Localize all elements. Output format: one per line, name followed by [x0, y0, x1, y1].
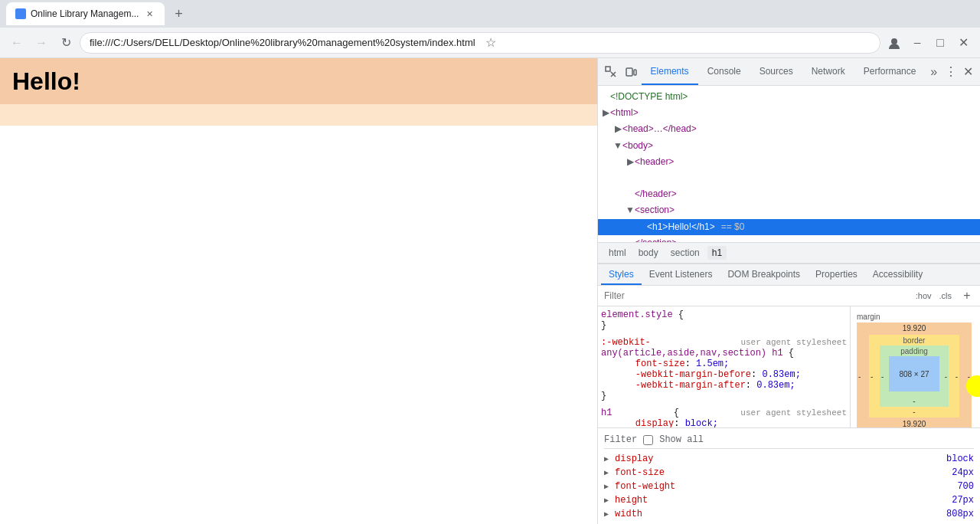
minimize-button[interactable]: ‒ — [906, 32, 928, 54]
url-bar[interactable]: file:///C:/Users/DELL/Desktop/Online%20l… — [80, 32, 880, 54]
prop-expand-arrow[interactable]: ▶ — [604, 482, 609, 491]
tab-event-listeners[interactable]: Event Listeners — [642, 264, 720, 285]
styles-content: element.style { } :-webkit- user agent s… — [598, 306, 980, 427]
styles-panel: Styles Event Listeners DOM Breakpoints P… — [598, 264, 980, 524]
tab-styles[interactable]: Styles — [601, 264, 642, 285]
more-tabs-button[interactable]: » — [925, 63, 942, 81]
tab-properties[interactable]: Properties — [808, 264, 865, 285]
url-text: file:///C:/Users/DELL/Desktop/Online%20l… — [90, 37, 475, 48]
margin-left-value: - — [858, 372, 861, 381]
breadcrumb-section[interactable]: section — [666, 246, 704, 260]
tree-header[interactable]: ▶ <header> — [598, 154, 980, 170]
back-button[interactable]: ← — [6, 32, 28, 54]
webpage-content — [0, 126, 597, 524]
show-all-checkbox[interactable] — [643, 435, 653, 445]
margin-top-value: 19.920 — [903, 324, 926, 332]
restore-button[interactable]: □ — [929, 32, 951, 54]
css-prop-fontsize1: font-size: 1.5em; — [613, 359, 847, 369]
tab-network[interactable]: Network — [802, 58, 854, 85]
close-window-button[interactable]: ✕ — [952, 32, 974, 54]
browser-tab[interactable]: Online Library Managem... ✕ — [6, 2, 165, 25]
tab-title: Online Library Managem... — [31, 8, 139, 19]
prop-expand-arrow[interactable]: ▶ — [604, 509, 609, 519]
tab-elements[interactable]: Elements — [642, 58, 698, 85]
tree-doctype[interactable]: <!DOCTYPE html> — [598, 89, 980, 105]
devtools-menu-button[interactable]: ⋮ — [942, 63, 960, 81]
tab-performance[interactable]: Performance — [854, 58, 926, 85]
tree-toggle-icon — [626, 187, 635, 201]
tree-body[interactable]: ▼ <body> — [598, 138, 980, 154]
device-mode-button[interactable] — [621, 61, 641, 83]
prop-expand-arrow[interactable]: ▶ — [604, 468, 609, 477]
webpage-header: Hello! — [0, 58, 597, 104]
css-webkit-header: :-webkit- user agent stylesheet — [601, 337, 847, 348]
css-prop-display: display: block; — [613, 418, 847, 427]
tree-header-empty — [598, 170, 980, 186]
styles-filter-input[interactable] — [604, 290, 907, 301]
cls-button[interactable]: .cls — [937, 290, 955, 301]
main-area: Hello! Elements Console Sources Network — [0, 58, 980, 524]
toolbar-right: ‒ □ ✕ — [884, 32, 974, 54]
tree-toggle-icon — [638, 220, 647, 234]
box-model-panel: margin 19.920 19.920 - - border — [850, 306, 980, 427]
tab-accessibility[interactable]: Accessibility — [865, 264, 930, 285]
tree-head[interactable]: ▶ <head>…</head> — [598, 121, 980, 137]
hov-button[interactable]: :hov — [913, 290, 934, 301]
padding-left-value: - — [881, 372, 884, 381]
computed-prop-width: ▶ width 808px — [604, 507, 974, 521]
tree-toggle-icon[interactable]: ▶ — [626, 155, 635, 169]
webpage-section — [0, 104, 597, 126]
breadcrumb-body[interactable]: body — [634, 246, 663, 260]
bookmark-star-icon[interactable]: ☆ — [480, 32, 501, 54]
show-all-label[interactable]: Show all — [643, 434, 704, 445]
prop-expand-arrow[interactable]: ▶ — [604, 496, 609, 505]
content-dimensions: 808 × 27 — [899, 370, 929, 378]
devtools-tabs: Elements Console Sources Network Perform… — [642, 58, 926, 85]
css-rules-panel: element.style { } :-webkit- user agent s… — [598, 306, 850, 427]
tree-toggle-icon[interactable]: ▶ — [601, 106, 610, 120]
computed-prop-fontweight: ▶ font-weight 700 — [604, 480, 974, 493]
css-h1-props: display: block; font-size: 2em; -webkit-… — [601, 418, 847, 427]
tree-toggle-icon — [626, 236, 635, 242]
tab-bar: Online Library Managem... ✕ + — [0, 0, 980, 28]
computed-prop-fontsize: ▶ font-size 24px — [604, 466, 974, 480]
tab-close-button[interactable]: ✕ — [143, 8, 155, 20]
devtools-close-button[interactable]: ✕ — [959, 63, 977, 81]
breadcrumb-h1[interactable]: h1 — [707, 246, 727, 260]
refresh-button[interactable]: ↻ — [55, 32, 77, 54]
tree-toggle-icon[interactable]: ▶ — [613, 122, 622, 136]
svg-rect-2 — [626, 68, 632, 76]
inspect-element-button[interactable] — [601, 61, 621, 83]
computed-prop-height: ▶ height 27px — [604, 493, 974, 507]
tree-toggle-icon[interactable]: ▼ — [613, 139, 622, 153]
user-account-button[interactable] — [884, 32, 905, 54]
new-tab-button[interactable]: + — [168, 3, 189, 25]
devtools-toolbar: Elements Console Sources Network Perform… — [598, 58, 980, 86]
tab-dom-breakpoints[interactable]: DOM Breakpoints — [720, 264, 808, 285]
tab-favicon-icon — [15, 8, 26, 19]
breadcrumb-html[interactable]: html — [604, 246, 631, 260]
padding-right-value: - — [945, 372, 947, 381]
add-style-rule-button[interactable]: + — [960, 289, 974, 303]
computed-prop-display: ▶ display block — [604, 452, 974, 466]
tree-section[interactable]: ▼ <section> — [598, 202, 980, 218]
tree-toggle-icon[interactable]: ▼ — [626, 203, 635, 218]
css-selector-element: element.style { — [601, 309, 847, 320]
tree-h1-selected[interactable]: <h1>Hello!</h1> == $0 — [598, 219, 980, 235]
devtools-panel: Elements Console Sources Network Perform… — [597, 58, 980, 524]
styles-filter-bar: :hov .cls + — [598, 286, 980, 306]
forward-button[interactable]: → — [31, 32, 52, 54]
tree-header-close[interactable]: </header> — [598, 186, 980, 202]
tree-html[interactable]: ▶ <html> — [598, 105, 980, 121]
tab-sources[interactable]: Sources — [750, 58, 802, 85]
tree-toggle-icon — [601, 90, 610, 104]
css-closing: } — [601, 320, 847, 331]
styles-tabs: Styles Event Listeners DOM Breakpoints P… — [598, 264, 980, 286]
svg-rect-3 — [634, 70, 636, 75]
css-h1-header: h1 { user agent stylesheet — [601, 408, 847, 418]
prop-expand-arrow[interactable]: ▶ — [604, 454, 609, 463]
css-rule-element-style: element.style { } — [601, 309, 847, 331]
webpage: Hello! — [0, 58, 597, 524]
tab-console[interactable]: Console — [698, 58, 750, 85]
tree-section-close[interactable]: </section> — [598, 235, 980, 242]
